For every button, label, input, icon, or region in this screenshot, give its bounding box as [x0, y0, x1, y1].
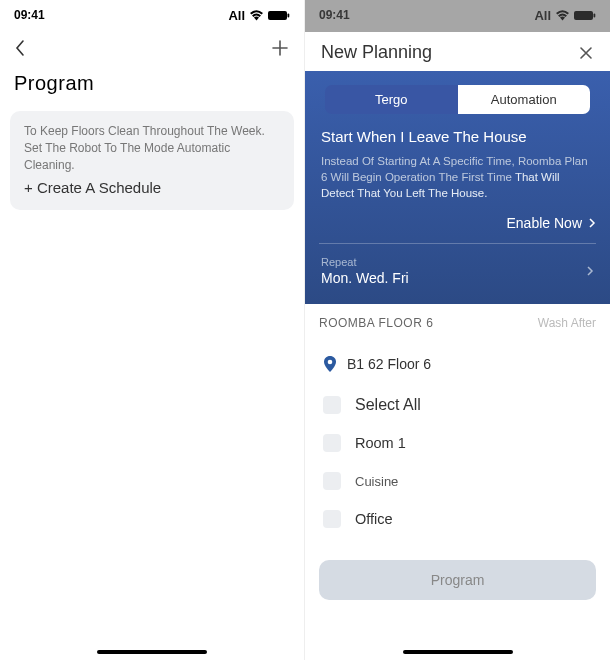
- room-row[interactable]: Office: [319, 500, 596, 538]
- room-label: Cuisine: [355, 474, 398, 489]
- room-label: Room 1: [355, 435, 406, 451]
- divider: [319, 243, 596, 244]
- checkbox-room[interactable]: [323, 434, 341, 452]
- carrier-text: All: [228, 8, 245, 23]
- modal-title: New Planning: [321, 42, 432, 63]
- svg-rect-0: [268, 11, 287, 20]
- hero-description: Instead Of Starting At A Specific Time, …: [321, 153, 594, 201]
- create-schedule-action: + Create A Schedule: [24, 179, 280, 196]
- tab-automation[interactable]: Automation: [458, 85, 591, 114]
- card-description: To Keep Floors Clean Throughout The Week…: [24, 123, 280, 173]
- list-header: ROOMBA FLOOR 6 Wash After: [305, 304, 610, 342]
- location-pin-icon: [323, 356, 337, 372]
- svg-rect-1: [288, 13, 290, 17]
- enable-now-button[interactable]: Enable Now: [319, 215, 596, 231]
- checkbox-select-all[interactable]: [323, 396, 341, 414]
- checkbox-room[interactable]: [323, 510, 341, 528]
- location-text: B1 62 Floor 6: [347, 356, 431, 372]
- home-indicator: [97, 650, 207, 654]
- home-indicator: [403, 650, 513, 654]
- room-label: Office: [355, 511, 393, 527]
- status-time: 09:41: [14, 8, 45, 22]
- page-title: Program: [0, 66, 304, 107]
- select-all-label: Select All: [355, 396, 421, 414]
- add-button[interactable]: [270, 38, 290, 58]
- wash-after-label: Wash After: [538, 316, 596, 330]
- repeat-label: Repeat: [321, 256, 409, 268]
- select-all-row[interactable]: Select All: [319, 386, 596, 424]
- repeat-row[interactable]: Repeat Mon. Wed. Fri: [319, 254, 596, 286]
- chevron-right-icon: [588, 217, 596, 229]
- chevron-right-icon: [586, 265, 594, 277]
- nav-bar: [0, 30, 304, 66]
- new-planning-modal: New Planning Tergo Automation Start When…: [305, 32, 610, 660]
- program-button[interactable]: Program: [319, 560, 596, 600]
- mode-tabs: Tergo Automation: [325, 85, 590, 114]
- tab-tergo[interactable]: Tergo: [325, 85, 458, 114]
- hero-title: Start When I Leave The House: [321, 128, 594, 145]
- enable-label: Enable Now: [507, 215, 583, 231]
- back-button[interactable]: [14, 39, 25, 57]
- location-row[interactable]: B1 62 Floor 6: [319, 342, 596, 386]
- battery-icon: [268, 10, 290, 21]
- repeat-value: Mon. Wed. Fri: [321, 270, 409, 286]
- room-row[interactable]: Cuisine: [319, 462, 596, 500]
- create-schedule-card[interactable]: To Keep Floors Clean Throughout The Week…: [10, 111, 294, 210]
- close-button[interactable]: [578, 45, 594, 61]
- svg-point-4: [328, 360, 333, 365]
- wifi-icon: [249, 10, 264, 21]
- status-bar: 09:41 All: [0, 0, 304, 30]
- checkbox-room[interactable]: [323, 472, 341, 490]
- device-name: ROOMBA FLOOR 6: [319, 316, 433, 330]
- room-row[interactable]: Room 1: [319, 424, 596, 462]
- background-dim: [305, 0, 610, 32]
- hero-section: Tergo Automation Start When I Leave The …: [305, 71, 610, 304]
